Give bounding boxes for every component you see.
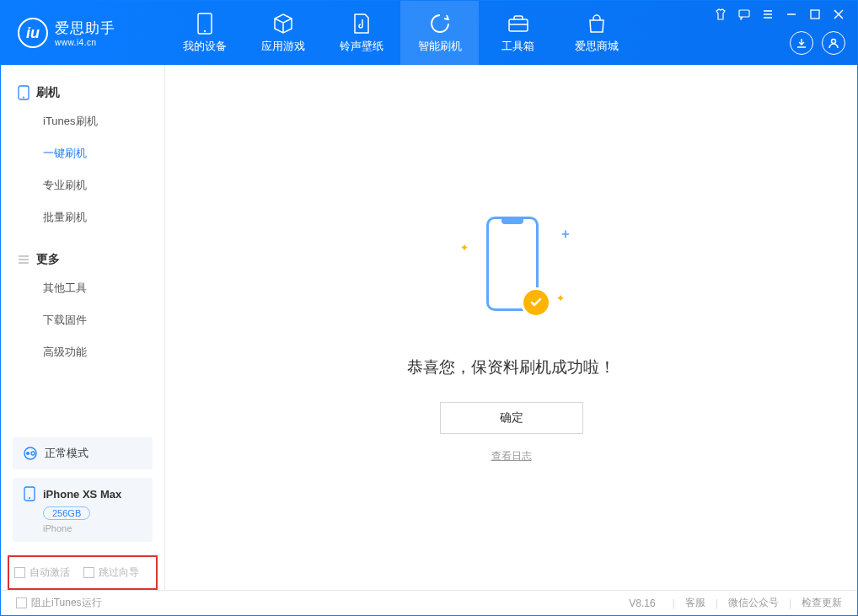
brand-url: www.i4.cn: [55, 38, 115, 47]
svg-point-20: [31, 452, 35, 455]
footer-link-update[interactable]: 检查更新: [802, 596, 842, 610]
ok-button[interactable]: 确定: [440, 402, 583, 434]
brand-text: 爱思助手 www.i4.cn: [55, 19, 115, 47]
sidebar-items-flash: iTunes刷机 一键刷机 专业刷机 批量刷机: [18, 105, 147, 233]
nav-label: 智能刷机: [418, 39, 462, 54]
window-controls: [714, 8, 845, 21]
nav-my-device[interactable]: 我的设备: [165, 1, 244, 65]
nav-label: 应用游戏: [261, 39, 305, 54]
device-icon: [18, 85, 29, 100]
sidebar-item-onekey-flash[interactable]: 一键刷机: [18, 137, 147, 169]
list-icon: [18, 254, 29, 265]
nav-label: 我的设备: [183, 39, 227, 54]
nav-store[interactable]: 爱思商城: [557, 1, 635, 65]
sidebar-group-more: 更多 其他工具 下载固件 高级功能: [1, 247, 164, 368]
workspace: 刷机 iTunes刷机 一键刷机 专业刷机 批量刷机 更多 其他工具 下载固件 …: [1, 65, 857, 590]
svg-point-22: [29, 497, 30, 499]
nav-toolbox[interactable]: 工具箱: [479, 1, 557, 65]
mode-icon: [23, 446, 38, 461]
checkbox-auto-activate[interactable]: 自动激活: [14, 565, 70, 580]
svg-point-19: [26, 452, 29, 455]
app-header: iu 爱思助手 www.i4.cn 我的设备 应用游戏 铃声壁纸 智能刷机 工具…: [1, 1, 857, 65]
sidebar-spacer: [1, 368, 164, 437]
brand-name: 爱思助手: [55, 19, 115, 38]
plus-icon: +: [561, 227, 569, 242]
minimize-button[interactable]: [785, 8, 798, 21]
mode-label: 正常模式: [45, 446, 88, 461]
checkbox-row-highlight: 自动激活 跳过向导: [8, 555, 158, 590]
sidebar-header-more: 更多: [18, 252, 147, 267]
checkbox-icon: [14, 567, 25, 578]
header-action-buttons: [790, 31, 845, 55]
maximize-button[interactable]: [808, 8, 822, 21]
main-content: ✦ + ✦ 恭喜您，保资料刷机成功啦！ 确定 查看日志: [165, 65, 857, 590]
svg-rect-9: [811, 10, 819, 19]
sidebar-item-itunes-flash[interactable]: iTunes刷机: [18, 105, 147, 137]
divider: |: [673, 597, 675, 609]
feedback-icon[interactable]: [737, 8, 751, 21]
sidebar-group-flash: 刷机 iTunes刷机 一键刷机 专业刷机 批量刷机: [1, 80, 164, 233]
device-top-row: iPhone XS Max: [23, 486, 142, 501]
checkbox-label: 阻止iTunes运行: [31, 596, 102, 610]
view-log-link[interactable]: 查看日志: [491, 449, 532, 463]
sidebar-item-download-firmware[interactable]: 下载固件: [18, 304, 147, 336]
svg-point-1: [203, 29, 205, 31]
version-label: V8.16: [629, 597, 655, 609]
device-name: iPhone XS Max: [43, 488, 121, 501]
checkbox-icon: [16, 597, 27, 608]
sidebar-item-batch-flash[interactable]: 批量刷机: [18, 201, 147, 233]
download-button[interactable]: [790, 31, 813, 55]
menu-icon[interactable]: [761, 8, 775, 21]
nav-label: 工具箱: [501, 39, 534, 54]
checkbox-skip-wizard[interactable]: 跳过向导: [83, 565, 139, 580]
sidebar-title: 刷机: [36, 85, 60, 100]
sidebar-item-advanced[interactable]: 高级功能: [18, 336, 147, 368]
sparkle-icon: ✦: [556, 292, 565, 304]
sidebar-item-other-tools[interactable]: 其他工具: [18, 272, 147, 304]
footer-right: V8.16 | 客服 | 微信公众号 | 检查更新: [629, 596, 842, 610]
device-box[interactable]: iPhone XS Max 256GB iPhone: [13, 478, 153, 542]
divider: |: [789, 597, 791, 609]
checkbox-block-itunes[interactable]: 阻止iTunes运行: [16, 596, 102, 610]
mode-box[interactable]: 正常模式: [13, 437, 153, 469]
shirt-icon[interactable]: [714, 8, 727, 21]
sparkle-icon: ✦: [460, 242, 469, 254]
nav-ringtones-wallpapers[interactable]: 铃声壁纸: [322, 1, 400, 65]
sidebar-item-pro-flash[interactable]: 专业刷机: [18, 169, 147, 201]
phone-icon: [194, 13, 216, 35]
checkbox-icon: [83, 567, 94, 578]
sidebar: 刷机 iTunes刷机 一键刷机 专业刷机 批量刷机 更多 其他工具 下载固件 …: [1, 65, 165, 590]
user-button[interactable]: [822, 31, 845, 55]
footer: 阻止iTunes运行 V8.16 | 客服 | 微信公众号 | 检查更新: [1, 590, 857, 615]
top-nav: 我的设备 应用游戏 铃声壁纸 智能刷机 工具箱 爱思商城: [165, 1, 635, 65]
sidebar-header-flash: 刷机: [18, 85, 147, 100]
cube-icon: [272, 13, 294, 35]
refresh-shield-icon: [429, 13, 451, 35]
success-message: 恭喜您，保资料刷机成功啦！: [407, 356, 615, 378]
device-icon: [23, 486, 36, 501]
divider: |: [716, 597, 718, 609]
device-type: iPhone: [43, 523, 142, 533]
footer-link-support[interactable]: 客服: [685, 596, 705, 610]
checkmark-badge-icon: [521, 287, 551, 318]
svg-point-12: [832, 40, 836, 44]
nav-label: 爱思商城: [575, 39, 619, 54]
bag-icon: [586, 13, 608, 35]
music-file-icon: [351, 13, 373, 35]
nav-label: 铃声壁纸: [340, 39, 383, 54]
sidebar-title: 更多: [36, 252, 60, 267]
footer-left: 阻止iTunes运行: [16, 596, 102, 610]
success-illustration: ✦ + ✦: [457, 217, 566, 335]
close-button[interactable]: [832, 8, 845, 21]
logo-icon: iu: [18, 18, 48, 48]
header-right: [714, 1, 845, 65]
footer-link-wechat[interactable]: 微信公众号: [728, 596, 779, 610]
svg-rect-2: [509, 19, 528, 31]
device-capacity: 256GB: [43, 506, 90, 520]
svg-rect-4: [739, 10, 749, 17]
logo-area: iu 爱思助手 www.i4.cn: [1, 18, 165, 48]
nav-apps-games[interactable]: 应用游戏: [244, 1, 322, 65]
nav-smart-flash[interactable]: 智能刷机: [400, 1, 479, 65]
checkbox-label: 自动激活: [29, 565, 70, 580]
svg-point-14: [23, 97, 24, 99]
